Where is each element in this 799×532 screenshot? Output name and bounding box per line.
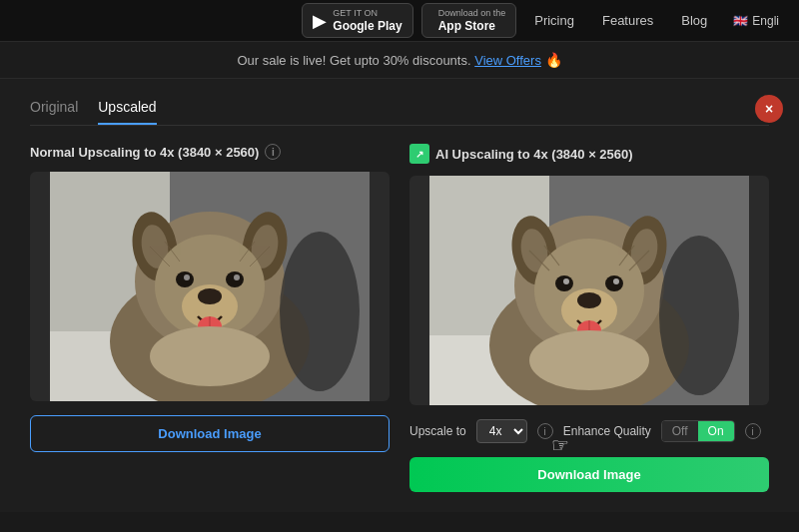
tab-upscaled[interactable]: Upscaled: [98, 99, 156, 125]
svg-point-11: [198, 288, 222, 304]
tab-original[interactable]: Original: [30, 99, 78, 125]
app-store-btn[interactable]: Download on the App Store: [421, 3, 517, 38]
left-info-icon[interactable]: i: [265, 144, 281, 160]
app-store-top-text: Download on the: [438, 8, 506, 19]
right-image-box: [409, 176, 769, 405]
features-link[interactable]: Features: [592, 13, 663, 28]
ai-upscale-icon: ↗: [409, 144, 429, 164]
toggle-on[interactable]: On: [698, 421, 734, 441]
upscale-label: Upscale to: [409, 424, 466, 438]
left-download-btn[interactable]: Download Image: [30, 415, 390, 452]
svg-point-35: [577, 292, 601, 308]
toggle-off[interactable]: Off: [662, 421, 698, 441]
app-store-label: App Store: [438, 19, 506, 33]
right-dog-image: [409, 176, 769, 405]
google-play-btn[interactable]: ▶ GET IT ON Google Play: [302, 3, 412, 38]
svg-point-23: [280, 232, 360, 391]
svg-point-39: [613, 278, 619, 284]
svg-point-46: [529, 330, 649, 390]
lang-text: Engli: [752, 14, 779, 28]
left-image-box: [30, 172, 390, 401]
google-play-label: Google Play: [333, 19, 401, 33]
promo-emoji: 🔥: [545, 52, 562, 68]
left-dog-image: [30, 172, 390, 401]
blog-link[interactable]: Blog: [671, 13, 717, 28]
upscale-info-icon[interactable]: i: [537, 423, 553, 439]
right-column: ↗ AI Upscaling to 4x (3840 × 2560): [409, 144, 769, 492]
google-play-icon: ▶: [313, 10, 327, 32]
main-content: × Original Upscaled Normal Upscaling to …: [0, 79, 799, 512]
left-col-label: Normal Upscaling to 4x (3840 × 2560) i: [30, 144, 390, 160]
left-column: Normal Upscaling to 4x (3840 × 2560) i: [30, 144, 390, 492]
enhance-info-icon[interactable]: i: [745, 423, 761, 439]
svg-point-14: [184, 274, 190, 280]
top-nav: ▶ GET IT ON Google Play Download on the …: [0, 0, 799, 42]
image-columns: Normal Upscaling to 4x (3840 × 2560) i: [30, 144, 769, 492]
svg-point-15: [234, 274, 240, 280]
left-col-title: Normal Upscaling to 4x (3840 × 2560): [30, 145, 259, 160]
promo-banner: Our sale is live! Get upto 30% discounts…: [0, 42, 799, 79]
pricing-link[interactable]: Pricing: [524, 13, 584, 28]
enhance-label: Enhance Quality: [563, 424, 651, 438]
right-col-title: AI Upscaling to 4x (3840 × 2560): [435, 147, 633, 162]
google-play-top-text: GET IT ON: [333, 8, 401, 19]
right-download-btn[interactable]: Download Image: [409, 457, 769, 492]
view-offers-link[interactable]: View Offers: [474, 53, 541, 68]
language-selector[interactable]: 🇬🇧 Engli: [725, 14, 787, 28]
promo-text: Our sale is live! Get upto 30% discounts…: [237, 53, 470, 68]
close-button[interactable]: ×: [755, 95, 783, 123]
flag-icon: 🇬🇧: [733, 14, 748, 28]
enhance-toggle: Off On: [661, 420, 735, 442]
upscale-select[interactable]: 4x 2x 8x: [476, 419, 527, 443]
svg-point-38: [563, 278, 569, 284]
upscale-controls: Upscale to 4x 2x 8x i Enhance Quality Of…: [409, 419, 769, 443]
svg-point-22: [150, 326, 270, 386]
tabs: Original Upscaled: [30, 99, 769, 126]
right-col-label: ↗ AI Upscaling to 4x (3840 × 2560): [409, 144, 769, 164]
svg-point-47: [659, 236, 739, 395]
close-icon: ×: [765, 101, 773, 117]
